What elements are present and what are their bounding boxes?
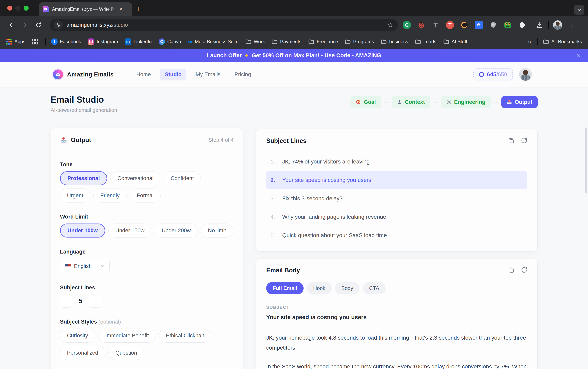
word-under-150[interactable]: Under 150w — [108, 224, 152, 237]
subject-line-row[interactable]: 1.JK, 74% of your visitors are leaving — [266, 153, 528, 171]
site-settings-icon[interactable] — [54, 20, 63, 30]
chevron-down-icon — [100, 265, 105, 267]
subject-label: SUBJECT — [266, 305, 528, 310]
snowflake-extension-icon[interactable]: ❄ — [473, 19, 485, 31]
style-question[interactable]: Question — [108, 346, 144, 360]
browser-profile-avatar[interactable] — [552, 19, 563, 31]
todoist-extension-icon[interactable]: T — [444, 19, 456, 31]
user-avatar[interactable] — [519, 68, 532, 81]
banner-close-icon[interactable]: × — [577, 52, 581, 59]
close-window-button[interactable] — [7, 6, 12, 10]
back-button[interactable] — [6, 20, 17, 31]
bookmark-instagram[interactable]: Instagram — [88, 38, 118, 45]
extensions-puzzle-icon[interactable] — [516, 19, 528, 31]
style-ethical-clickbait[interactable]: Ethical Clickbait — [159, 328, 211, 343]
bookmark-linkedin[interactable]: in LinkedIn — [125, 38, 152, 45]
regenerate-icon[interactable] — [520, 136, 528, 144]
all-bookmarks[interactable]: All Bookmarks — [543, 39, 582, 44]
ladybug-extension-icon[interactable] — [415, 19, 427, 31]
step-note: Step 4 of 4 — [209, 137, 234, 143]
credits-badge[interactable]: 645/650 — [473, 68, 513, 81]
honey-extension-icon[interactable] — [458, 19, 470, 31]
tool-extension-icon[interactable]: T — [430, 19, 441, 31]
step-goal[interactable]: Goal — [350, 96, 381, 108]
toolbar-divider — [548, 21, 549, 29]
nav-pricing[interactable]: Pricing — [229, 69, 256, 81]
folder-icon — [415, 39, 421, 44]
nav-my-emails[interactable]: My Emails — [191, 69, 225, 81]
tab-body[interactable]: Body — [335, 282, 359, 294]
bookmark-star-icon[interactable] — [386, 20, 395, 30]
bookmark-folder-ai-stuff[interactable]: AI Stuff — [443, 39, 467, 44]
bookmark-canva[interactable]: C Canva — [159, 38, 181, 45]
bookmark-apps[interactable]: Apps — [6, 39, 25, 45]
step-output[interactable]: Output — [501, 96, 538, 108]
word-no-limit[interactable]: No limit — [201, 224, 233, 237]
promo-banner-text: Launch Offer Get 50% Off on Max Plan! - … — [207, 52, 381, 59]
bookmark-folder-freelance[interactable]: Freelance — [308, 39, 338, 44]
tab-cta[interactable]: CTA — [363, 282, 386, 294]
page-scrollbar[interactable] — [585, 127, 587, 194]
bookmark-folder-payments[interactable]: Payments — [272, 39, 301, 44]
extensions-row: G T T ❄ ⋮ — [401, 16, 578, 34]
linkedin-icon: in — [125, 38, 131, 45]
subject-line-row-selected[interactable]: 2.Your site speed is costing you users — [266, 171, 528, 189]
minimize-window-button[interactable] — [15, 6, 20, 10]
tone-conversational[interactable]: Conversational — [110, 171, 160, 185]
outbox-icon — [507, 99, 512, 105]
folder-icon — [272, 39, 278, 44]
shield-extension-icon[interactable] — [488, 19, 499, 31]
tone-confident[interactable]: Confident — [164, 171, 201, 185]
bookmark-grid[interactable] — [32, 39, 38, 44]
address-bar[interactable]: amazingemails.xyz/studio — [50, 19, 398, 31]
step-engineering[interactable]: Engineering — [441, 96, 491, 108]
tab-full-email[interactable]: Full Email — [266, 282, 304, 294]
nav-studio[interactable]: Studio — [160, 69, 186, 81]
language-select[interactable]: English — [60, 259, 110, 273]
tab-close-icon[interactable]: × — [119, 6, 122, 12]
brand[interactable]: Amazing Emails — [53, 70, 114, 80]
regenerate-icon[interactable] — [520, 266, 528, 274]
bookmark-facebook[interactable]: f Facebook — [51, 38, 81, 45]
nav-home[interactable]: Home — [132, 69, 156, 81]
step-context[interactable]: Context — [392, 96, 430, 108]
bookmark-meta[interactable]: ∞ Meta Business Suite — [188, 39, 239, 45]
tone-professional[interactable]: Professional — [60, 171, 107, 185]
bookmark-folder-leads[interactable]: Leads — [415, 39, 436, 44]
forward-button[interactable] — [19, 20, 30, 31]
frog-extension-icon[interactable] — [502, 19, 513, 31]
outbox-tray-icon — [60, 136, 67, 144]
style-immediate-benefit[interactable]: Immediate Benefit — [98, 328, 156, 343]
wizard-steps: Goal Context Engineering Output — [350, 96, 538, 108]
browser-tab[interactable]: AmazingEmails.xyz — Write P × — [39, 2, 132, 16]
browser-menu-icon[interactable]: ⋮ — [566, 19, 578, 31]
increment-button[interactable]: + — [89, 295, 101, 308]
copy-icon[interactable] — [507, 136, 515, 144]
downloads-icon[interactable] — [534, 19, 546, 31]
tab-hook[interactable]: Hook — [307, 282, 332, 294]
subject-line-row[interactable]: 3.Fix this 3-second delay? — [266, 189, 528, 208]
lightning-icon — [244, 53, 249, 58]
bookmarks-overflow-chevron[interactable]: » — [528, 38, 531, 45]
subject-line-row[interactable]: 4.Why your landing page is leaking reven… — [266, 208, 528, 226]
subject-line-row[interactable]: 5.Quick question about your SaaS load ti… — [266, 226, 528, 245]
new-tab-button[interactable]: + — [136, 5, 140, 12]
reload-button[interactable] — [33, 20, 44, 31]
bookmark-folder-programs[interactable]: Programs — [345, 39, 374, 44]
tab-search-button[interactable] — [574, 5, 584, 15]
brand-name: Amazing Emails — [67, 71, 114, 78]
subject-lines-stepper: − 5 + — [60, 295, 234, 308]
zoom-window-button[interactable] — [24, 6, 29, 10]
tone-formal[interactable]: Formal — [130, 188, 161, 203]
word-under-100[interactable]: Under 100w — [60, 224, 105, 237]
word-under-200[interactable]: Under 200w — [155, 224, 198, 237]
grammarly-extension-icon[interactable]: G — [401, 19, 413, 31]
bookmark-folder-work[interactable]: Work — [245, 39, 265, 44]
tone-urgent[interactable]: Urgent — [60, 188, 90, 203]
style-personalized[interactable]: Personalized — [60, 346, 105, 360]
tone-friendly[interactable]: Friendly — [93, 188, 127, 203]
copy-icon[interactable] — [507, 266, 515, 274]
style-curiosity[interactable]: Curiosity — [60, 328, 95, 343]
decrement-button[interactable]: − — [60, 295, 72, 308]
bookmark-folder-business[interactable]: business — [381, 39, 408, 44]
